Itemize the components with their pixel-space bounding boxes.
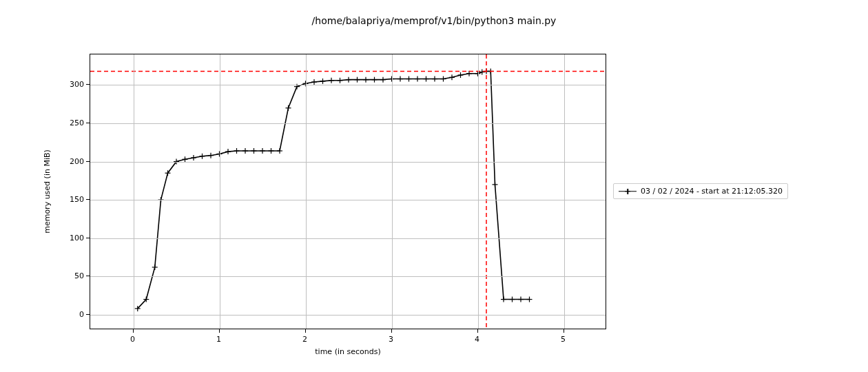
y-tick-label: 150 — [62, 195, 84, 204]
y-tick-label: 0 — [62, 309, 84, 318]
grid-line-vertical — [306, 54, 307, 329]
grid-line-vertical — [478, 54, 479, 329]
grid-line-horizontal — [90, 200, 606, 200]
y-tick — [86, 314, 90, 315]
y-tick-label: 250 — [62, 118, 84, 127]
memory-series-line — [138, 71, 530, 308]
plot-svg — [90, 54, 607, 330]
figure: /home/balapriya/memprof/v1/bin/python3 m… — [0, 0, 868, 372]
y-tick-label: 50 — [62, 271, 84, 280]
y-tick-label: 100 — [62, 233, 84, 242]
x-tick — [219, 329, 220, 333]
x-tick-label: 2 — [302, 335, 307, 344]
y-tick — [86, 199, 90, 200]
grid-line-horizontal — [90, 315, 606, 316]
x-tick — [564, 329, 564, 333]
y-tick — [86, 84, 90, 85]
grid-line-vertical — [392, 54, 393, 329]
x-tick — [133, 329, 134, 333]
grid-line-vertical — [220, 54, 220, 329]
grid-line-horizontal — [90, 85, 606, 85]
legend-marker — [619, 188, 637, 195]
chart-title: /home/balapriya/memprof/v1/bin/python3 m… — [0, 15, 868, 26]
x-tick-label: 0 — [130, 335, 135, 344]
grid-line-horizontal — [90, 162, 606, 163]
y-tick — [86, 238, 90, 238]
x-tick — [391, 329, 392, 333]
grid-line-horizontal — [90, 238, 606, 239]
y-tick — [86, 276, 90, 276]
x-tick — [477, 329, 478, 333]
x-axis-label: time (in seconds) — [315, 347, 380, 356]
y-axis-label: memory used (in MiB) — [43, 149, 52, 234]
x-tick-label: 4 — [475, 335, 479, 344]
y-tick-label: 300 — [62, 80, 84, 89]
legend-label: 03 / 02 / 2024 - start at 21:12:05.320 — [641, 187, 783, 196]
grid-line-vertical — [134, 54, 134, 329]
x-tick — [305, 329, 306, 333]
x-tick-label: 1 — [216, 335, 221, 344]
grid-line-horizontal — [90, 123, 606, 124]
x-tick-label: 5 — [561, 335, 566, 344]
y-tick — [86, 161, 90, 162]
y-tick — [86, 123, 90, 123]
axes-area — [90, 54, 606, 329]
y-tick-label: 200 — [62, 156, 84, 165]
legend: 03 / 02 / 2024 - start at 21:12:05.320 — [613, 183, 788, 199]
grid-line-horizontal — [90, 276, 606, 277]
x-tick-label: 3 — [389, 335, 393, 344]
grid-line-vertical — [564, 54, 565, 329]
